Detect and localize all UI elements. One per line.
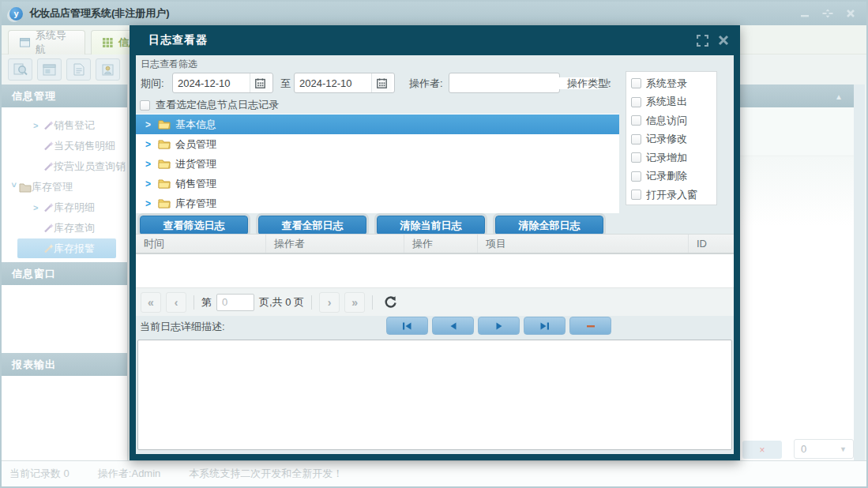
optype-item-login[interactable]: 系统登录 [631, 74, 716, 93]
sidebar-item-label: 销售登记 [54, 118, 95, 133]
nav-prev-button[interactable] [432, 317, 474, 335]
tab-system-nav[interactable]: 系统导航 [8, 30, 85, 54]
sidebar-panel-report-output[interactable]: 报表输出 [2, 353, 127, 376]
last-page-button[interactable]: » [344, 292, 365, 313]
tab-system-nav-label: 系统导航 [36, 28, 73, 57]
tree-item-sales-mgmt[interactable]: > 销售管理 [136, 174, 619, 193]
vertical-scrollbar[interactable] [854, 84, 865, 460]
restore-icon[interactable] [820, 7, 836, 20]
nav-next-button[interactable] [478, 317, 520, 335]
optype-item-add[interactable]: 记录增加 [631, 148, 716, 167]
log-detail-textarea[interactable] [137, 340, 732, 450]
sidebar-item-inventory-query[interactable]: 库存查询 [2, 218, 127, 238]
user-icon [102, 64, 114, 76]
column-header-item[interactable]: 项目 [478, 235, 689, 253]
content-panel-header: ▲ [740, 84, 865, 107]
sidebar-item-inventory-detail[interactable]: > 库存明细 [2, 197, 127, 218]
clear-all-logs-button[interactable]: 清除全部日志 [495, 216, 603, 235]
close-icon[interactable] [843, 7, 859, 20]
sidebar-panel-info-mgmt[interactable]: 信息管理 [2, 84, 127, 107]
date-from-input[interactable] [173, 73, 250, 92]
nav-first-button[interactable] [386, 317, 428, 335]
view-filtered-logs-button[interactable]: 查看筛选日志 [140, 216, 248, 235]
folder-icon [158, 159, 171, 169]
form-button[interactable] [37, 58, 62, 81]
preview-button[interactable] [8, 58, 32, 81]
sidebar-item-label: 库存报警 [54, 242, 95, 256]
date-to-field[interactable] [294, 73, 395, 93]
chevron-right-icon: > [145, 178, 153, 190]
checkbox-icon[interactable] [631, 134, 641, 145]
sidebar-panel-info-window[interactable]: 信息窗口 [2, 262, 127, 285]
dialog-titlebar[interactable]: 日志查看器 [130, 25, 740, 55]
content-row-strip-2 [740, 156, 854, 226]
column-header-id[interactable]: ID [689, 235, 734, 253]
checkbox-icon[interactable] [140, 100, 150, 111]
sidebar-item-inventory-mgmt[interactable]: > 库存管理 [2, 177, 127, 197]
checkbox-icon[interactable] [631, 190, 641, 200]
detail-label: 当前日志详细描述: [136, 320, 225, 334]
column-header-time[interactable]: 时间 [136, 235, 266, 253]
tree-item-basic-info[interactable]: > 基本信息 [136, 114, 619, 134]
checkbox-icon[interactable] [631, 115, 641, 126]
column-header-operation[interactable]: 操作 [404, 235, 478, 253]
date-from-field[interactable] [172, 73, 273, 93]
chevron-right-icon: > [145, 159, 153, 170]
wand-icon [43, 141, 54, 152]
nav-delete-button[interactable] [569, 317, 611, 335]
checkbox-icon[interactable] [631, 152, 641, 163]
tree-item-member-mgmt[interactable]: > 会员管理 [136, 134, 619, 154]
content-row-strip [740, 107, 854, 156]
optype-item-modify[interactable]: 记录修改 [631, 130, 716, 149]
checkbox-icon[interactable] [631, 78, 641, 88]
background-clear-button[interactable]: × [742, 441, 782, 459]
tree-item-inventory-mgmt[interactable]: > 库存管理 [136, 193, 619, 213]
date-to-input[interactable] [295, 73, 371, 92]
first-page-button[interactable]: « [141, 292, 161, 313]
document-button[interactable] [66, 58, 91, 81]
collapse-panel-icon[interactable]: ▲ [835, 92, 843, 101]
optype-item-access[interactable]: 信息访问 [631, 111, 716, 130]
calendar-icon[interactable] [250, 73, 270, 92]
checkbox-icon[interactable] [631, 97, 641, 107]
sidebar-item-inventory-alert[interactable]: 库存报警 [17, 238, 116, 258]
clear-current-logs-button[interactable]: 清除当前日志 [377, 216, 485, 235]
next-page-button[interactable]: › [319, 292, 340, 313]
calendar-icon[interactable] [371, 73, 392, 92]
node-filter-checkbox-row[interactable]: 查看选定信息节点日志记录 [140, 98, 279, 112]
tree-item-purchase-mgmt[interactable]: > 进货管理 [136, 154, 619, 174]
dialog-title: 日志查看器 [148, 33, 208, 47]
window-titlebar: y 化妆品店管理系统(非注册用户) [2, 2, 866, 25]
pagination-bar: « ‹ 第 页,共 0 页 › » [136, 287, 734, 316]
optype-item-logout[interactable]: 系统退出 [631, 93, 716, 112]
tree-item-label: 基本信息 [175, 118, 216, 132]
log-node-tree: > 基本信息 > 会员管理 > [136, 114, 619, 213]
refresh-button[interactable] [380, 292, 400, 313]
folder-icon [19, 182, 32, 193]
sidebar-item-label: 库存管理 [32, 180, 73, 194]
close-icon[interactable] [718, 35, 729, 46]
document-icon [73, 63, 85, 76]
sidebar-item-sales-by-clerk[interactable]: 按营业员查询销 [2, 156, 127, 177]
sidebar-item-today-sales[interactable]: 当天销售明细 [2, 136, 127, 156]
user-button[interactable] [96, 58, 120, 81]
maximize-icon[interactable] [697, 35, 708, 47]
checkbox-icon[interactable] [631, 171, 641, 182]
sidebar-item-sales-register[interactable]: > 销售登记 [2, 115, 127, 136]
background-dropdown[interactable]: 0 ▼ [794, 439, 854, 459]
optype-item-open-entry[interactable]: 打开录入窗 [631, 186, 716, 205]
minimize-icon[interactable] [797, 7, 813, 20]
separator [311, 295, 312, 310]
separator [194, 295, 194, 310]
optype-item-delete[interactable]: 记录删除 [631, 167, 716, 186]
column-header-operator[interactable]: 操作者 [266, 235, 404, 253]
chevron-right-icon: > [145, 139, 153, 150]
window-icon [20, 38, 30, 47]
optype-label: 操作类型: [567, 77, 611, 91]
operator-combobox[interactable]: ▼ [449, 73, 560, 93]
page-number-input[interactable] [216, 294, 254, 311]
prev-page-button[interactable]: ‹ [166, 292, 186, 313]
view-all-logs-button[interactable]: 查看全部日志 [258, 216, 366, 235]
app-logo-icon: y [9, 7, 23, 21]
nav-last-button[interactable] [524, 317, 566, 335]
